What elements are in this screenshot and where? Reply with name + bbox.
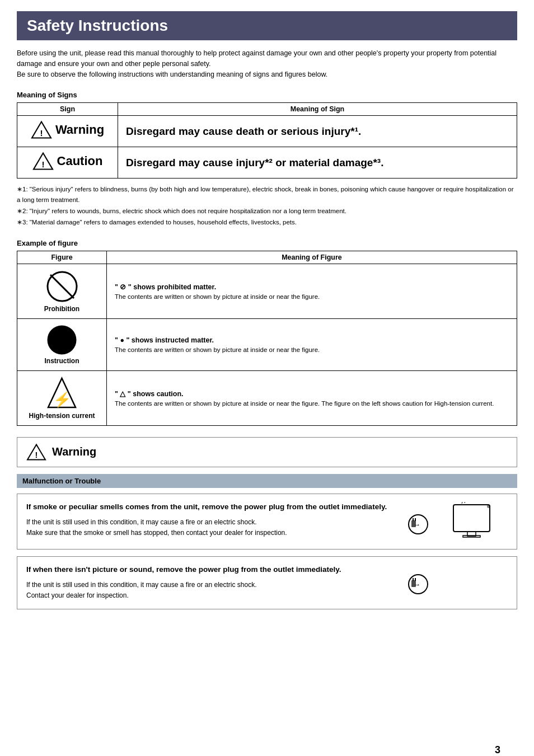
page-title: Safety Instructions: [17, 11, 517, 40]
warning-banner: ! Warning: [17, 437, 517, 467]
svg-rect-22: [411, 580, 416, 587]
info-box-2-title: If when there isn't picture or sound, re…: [26, 565, 398, 575]
warning-triangle-icon: !: [31, 120, 52, 139]
svg-rect-16: [453, 505, 490, 532]
info-box-1-title: If smoke or peculiar smells comes from t…: [26, 502, 398, 513]
svg-rect-15: [415, 518, 416, 521]
footnotes: ∗1: "Serious injury" refers to blindness…: [17, 184, 517, 228]
info-box-2: If when there isn't picture or sound, re…: [17, 556, 517, 609]
warning-banner-icon: !: [26, 443, 46, 461]
info-box-1-text: If smoke or peculiar smells comes from t…: [26, 502, 398, 538]
figures-col-figure: Figure: [17, 251, 107, 264]
malfunction-header: Malfunction or Trouble: [17, 474, 517, 488]
svg-point-19: [487, 505, 490, 508]
caution-meaning-cell: Disregard may cause injury*² or material…: [118, 147, 517, 179]
warning-sign-cell: ! Warning: [17, 116, 118, 147]
warning-meaning-cell: Disregard may cause death or serious inj…: [118, 116, 517, 147]
signs-table: Sign Meaning of Sign ! Warning Disregard…: [17, 102, 517, 179]
info-box-2-body: If the unit is still used in this condit…: [26, 580, 398, 601]
figures-section-heading: Example of figure: [17, 239, 517, 247]
info-box-2-images: →: [407, 565, 508, 598]
caution-triangle-icon: !: [32, 152, 54, 171]
svg-rect-24: [415, 578, 416, 581]
signs-col-meaning: Meaning of Sign: [118, 103, 517, 116]
high-tension-icon: ⚡: [46, 377, 77, 410]
intro-text: Before using the unit, please read this …: [17, 48, 517, 79]
svg-text:⚡: ⚡: [53, 391, 72, 408]
warning-banner-label: Warning: [52, 445, 96, 458]
prohibition-row: Prohibition " ⊘ " shows prohibited matte…: [17, 264, 517, 318]
figures-table: Figure Meaning of Figure Prohibition " ⊘…: [17, 251, 517, 426]
svg-point-6: [48, 325, 77, 354]
prohibition-meaning-cell: " ⊘ " shows prohibited matter. The conte…: [107, 264, 517, 318]
signs-col-sign: Sign: [17, 103, 118, 116]
caution-sign-cell: ! Caution: [17, 147, 118, 179]
signs-section-heading: Meaning of Signs: [17, 91, 517, 99]
no-picture-icon: →: [407, 565, 446, 598]
info-box-1-images: →: [407, 502, 508, 541]
tv-icon: [451, 502, 501, 541]
hv-meaning-cell: " △ " shows caution. The contents are wr…: [107, 370, 517, 425]
figures-col-meaning: Meaning of Figure: [107, 251, 517, 264]
table-row: ! Warning Disregard may cause death or s…: [17, 116, 517, 147]
svg-rect-14: [413, 518, 414, 521]
prohibition-figure-cell: Prohibition: [17, 264, 107, 318]
info-box-1-body: If the unit is still used in this condit…: [26, 517, 398, 538]
instruction-icon: [46, 325, 77, 355]
info-box-1: If smoke or peculiar smells comes from t…: [17, 494, 517, 550]
instruction-meaning-cell: " ● " shows instructed matter. The conte…: [107, 318, 517, 370]
instruction-row: Instruction " ● " shows instructed matte…: [17, 318, 517, 370]
hv-figure-cell: ⚡ High-tension current: [17, 370, 107, 425]
info-box-2-text: If when there isn't picture or sound, re…: [26, 565, 398, 601]
table-row: ! Caution Disregard may cause injury*² o…: [17, 147, 517, 179]
svg-text:!: !: [41, 159, 44, 169]
hv-row: ⚡ High-tension current " △ " shows cauti…: [17, 370, 517, 425]
svg-text:!: !: [35, 450, 38, 459]
svg-rect-13: [411, 520, 416, 527]
instruction-figure-cell: Instruction: [17, 318, 107, 370]
svg-rect-23: [413, 578, 414, 581]
svg-text:!: !: [40, 128, 43, 138]
prohibition-icon: [45, 270, 79, 303]
svg-line-5: [50, 275, 74, 298]
smoke-plug-icon: →: [407, 505, 446, 538]
page-number: 3: [495, 744, 500, 756]
